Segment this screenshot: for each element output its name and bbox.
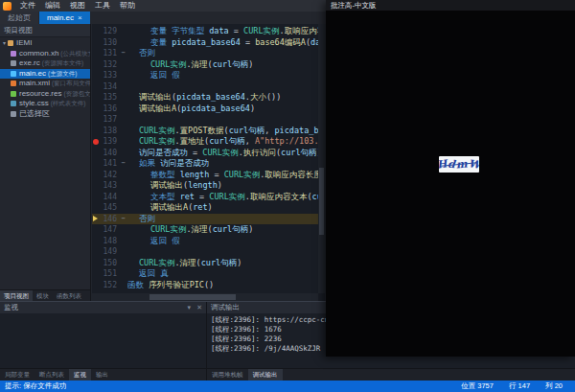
breakpoint-margin[interactable] (92, 26, 101, 37)
menu-编辑[interactable]: 编辑 (40, 0, 65, 12)
breakpoint-margin[interactable] (92, 136, 101, 148)
code-line-133[interactable]: 133返回 假 (92, 70, 318, 81)
tree-item-已选择区[interactable]: 已选择区 (0, 109, 90, 120)
code-line-150[interactable]: 150CURL实例.清理(curl句柄) (92, 258, 318, 269)
code-editor[interactable]: 129变量 字节集型 data = CURL实例.取响应内容(curl句柄)13… (92, 24, 325, 301)
chevron-down-icon[interactable]: ▾ (188, 302, 192, 313)
breakpoint-margin[interactable] (92, 37, 101, 49)
code-line-143[interactable]: 143调试输出(length) (92, 180, 318, 192)
tree-item-resource.res[interactable]: resource.res(资源包文件) (0, 89, 90, 100)
fold-icon[interactable]: − (119, 214, 127, 225)
tree-item-exe.rc[interactable]: exe.rc(资源脚本文件) (0, 58, 90, 69)
breakpoint-margin[interactable] (92, 202, 101, 214)
breakpoint-icon[interactable] (93, 139, 99, 145)
breakpoint-margin[interactable] (92, 280, 101, 291)
code-line-152[interactable]: 152函数 序列号验证PIC() (92, 280, 318, 291)
sidebar-tab-模块[interactable]: 模块 (33, 290, 53, 301)
breakpoint-margin[interactable] (92, 126, 101, 137)
tree-item-style.css[interactable]: style.css(样式表文件) (0, 99, 90, 109)
code-line-146[interactable]: 146−否则 (92, 214, 318, 225)
code-line-145[interactable]: 145调试输出A(ret) (92, 202, 318, 214)
breakpoint-margin[interactable] (92, 268, 101, 280)
breakpoint-margin[interactable] (92, 48, 101, 59)
breakpoint-margin[interactable] (92, 148, 101, 159)
breakpoint-margin[interactable] (92, 104, 101, 115)
sidebar-tab-项目视图[interactable]: 项目视图 (0, 290, 33, 301)
breakpoint-margin[interactable] (92, 192, 101, 203)
code-line-139[interactable]: 139CURL实例.置地址(curl句柄, A"http://103.123.5… (92, 136, 318, 148)
code-line-135[interactable]: 135调试输出(picdata_base64.大小()) (92, 92, 318, 104)
code-line-132[interactable]: 132CURL实例.清理(curl句柄) (92, 59, 318, 71)
code-line-129[interactable]: 129变量 字节集型 data = CURL实例.取响应内容(curl句柄) (92, 26, 318, 37)
menu-帮助[interactable]: 帮助 (115, 0, 140, 12)
breakpoint-margin[interactable] (92, 81, 101, 93)
debug-tab-调试输出[interactable]: 调试输出 (248, 369, 283, 380)
tree-item-main.xml[interactable]: main.xml(窗口布局文件) (0, 79, 90, 89)
breakpoint-margin[interactable] (92, 92, 101, 104)
code-line-141[interactable]: 141−如果 访问是否成功 (92, 158, 318, 170)
fold-column (119, 104, 127, 115)
code-token: 访问是否成功 (160, 158, 209, 168)
tree-item-main.ec[interactable]: main.ec(主源文件) (0, 69, 90, 80)
horizontal-scrollbar-thumb[interactable] (150, 294, 236, 300)
menu-视图[interactable]: 视图 (65, 0, 90, 12)
fold-column (119, 114, 127, 126)
code-token: 置地址 (180, 136, 205, 146)
breakpoint-margin[interactable] (92, 170, 101, 181)
fold-column (119, 59, 127, 71)
tree-item-common.xh[interactable]: common.xh(公共模块文件) (0, 49, 90, 59)
breakpoint-margin[interactable] (92, 258, 101, 269)
breakpoint-margin[interactable] (92, 59, 101, 71)
tree-root[interactable]: ▾IEMI (0, 38, 90, 49)
code-line-142[interactable]: 142整数型 length = CURL实例.取响应内容长度(curl句柄) (92, 170, 318, 181)
tab-start-page[interactable]: 起始页 (0, 12, 38, 24)
fold-icon[interactable]: − (119, 48, 127, 59)
code-area[interactable]: 129变量 字节集型 data = CURL实例.取响应内容(curl句柄)13… (92, 26, 318, 293)
breakpoint-margin[interactable] (92, 180, 101, 192)
menu-工具[interactable]: 工具 (90, 0, 115, 12)
code-token: picdata_base64 (172, 37, 241, 47)
code-line-140[interactable]: 140访问是否成功 = CURL实例.执行访问(curl句柄) (92, 148, 318, 159)
breakpoint-margin[interactable] (92, 236, 101, 247)
code-line-144[interactable]: 144文本型 ret = CURL实例.取响应内容文本(curl句柄) (92, 192, 318, 203)
debug-tab-调用堆栈帧[interactable]: 调用堆栈帧 (207, 369, 248, 380)
code-line-134[interactable]: 134 (92, 81, 318, 93)
code-token: ret (193, 202, 207, 212)
code-line-137[interactable]: 137 (92, 114, 318, 126)
horizontal-scrollbar[interactable] (92, 293, 318, 301)
program-console-window[interactable]: 批注高-中文版 HdmW (326, 0, 575, 357)
watch-tab-局部变量[interactable]: 局部变量 (0, 369, 34, 380)
code-line-136[interactable]: 136调试输出A(picdata_base64) (92, 104, 318, 115)
project-sidebar: 项目视图 ▾IEMIcommon.xh(公共模块文件)exe.rc(资源脚本文件… (0, 24, 91, 301)
code-line-131[interactable]: 131−否则 (92, 48, 318, 59)
vertical-scrollbar-thumb[interactable] (319, 168, 324, 235)
code-token: curl句柄 (213, 224, 248, 234)
vertical-scrollbar[interactable] (318, 24, 325, 293)
close-icon[interactable]: ✕ (196, 302, 202, 313)
code-text: 调试输出A(picdata_base64) (127, 104, 255, 115)
breakpoint-margin[interactable] (92, 214, 101, 225)
code-line-148[interactable]: 148返回 假 (92, 236, 318, 247)
line-number: 133 (101, 70, 119, 81)
console-window-title[interactable]: 批注高-中文版 (326, 0, 575, 11)
breakpoint-margin[interactable] (92, 158, 101, 170)
close-icon[interactable]: × (78, 12, 82, 24)
code-line-138[interactable]: 138CURL实例.置POST数据(curl句柄, picdata_base64… (92, 126, 318, 137)
breakpoint-margin[interactable] (92, 70, 101, 81)
breakpoint-margin[interactable] (92, 114, 101, 126)
menu-文件[interactable]: 文件 (15, 0, 40, 12)
watch-tab-断点列表[interactable]: 断点列表 (34, 369, 69, 380)
tab-main-ec[interactable]: main.ec × (39, 12, 90, 24)
watch-tab-监视[interactable]: 监视 (69, 369, 91, 380)
code-text: 变量 picdata_base64 = base64编码A(data, picd… (127, 37, 318, 49)
status-column: 列 20 (545, 381, 563, 391)
watch-tab-输出[interactable]: 输出 (91, 369, 113, 380)
code-line-147[interactable]: 147CURL实例.清理(curl句柄) (92, 224, 318, 236)
code-line-151[interactable]: 151返回 真 (92, 268, 318, 280)
breakpoint-margin[interactable] (92, 246, 101, 258)
sidebar-tab-函数列表[interactable]: 函数列表 (53, 290, 85, 301)
code-line-130[interactable]: 130变量 picdata_base64 = base64编码A(data, p… (92, 37, 318, 49)
code-line-149[interactable]: 149 (92, 246, 318, 258)
breakpoint-margin[interactable] (92, 224, 101, 236)
fold-icon[interactable]: − (119, 158, 127, 170)
